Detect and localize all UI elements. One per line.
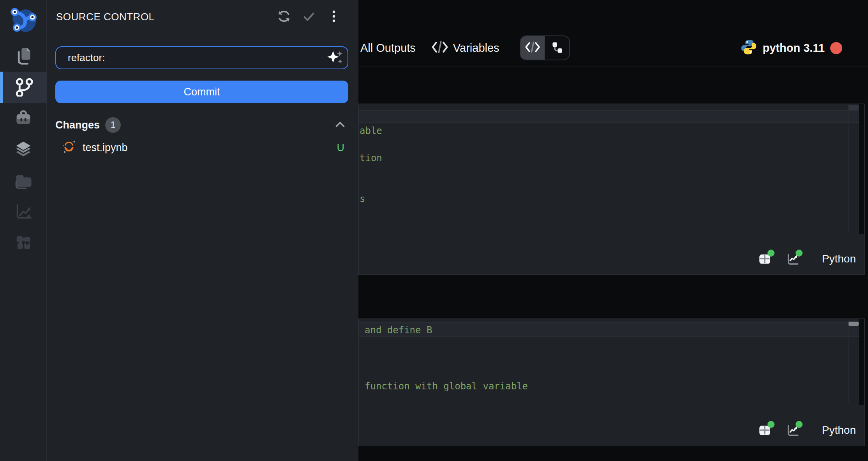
- commit-message-box: [55, 46, 348, 69]
- activity-bar: [0, 0, 47, 461]
- rail-item-extensions[interactable]: [0, 227, 47, 259]
- code-brackets-icon: [431, 40, 448, 55]
- changed-file-row[interactable]: test.ipynb U: [47, 138, 358, 157]
- notebook-topbar: All Outputs Variables: [358, 29, 868, 67]
- code-view-icon: [525, 41, 540, 55]
- ai-generate-button[interactable]: [327, 51, 342, 65]
- chart-output-button[interactable]: [786, 424, 799, 436]
- variables-label: Variables: [453, 42, 499, 55]
- code-view-toggle[interactable]: [520, 36, 545, 60]
- copy-pages-icon: [13, 45, 34, 67]
- commit-check-button[interactable]: [302, 10, 316, 25]
- commit-button[interactable]: Commit: [55, 81, 348, 103]
- notebook-area: All Outputs Variables: [358, 0, 868, 461]
- rail-item-layers[interactable]: [0, 134, 47, 165]
- output-ready-dot: [767, 421, 774, 428]
- code-comment-line: s: [360, 192, 365, 206]
- scrollbar-track-divider: [848, 104, 849, 232]
- layers-icon: [13, 139, 34, 160]
- rail-item-source-control[interactable]: [0, 72, 47, 103]
- line-chart-icon: [13, 201, 34, 223]
- kernel-selector[interactable]: python 3.11: [741, 39, 842, 57]
- panel-header-actions: [277, 10, 341, 25]
- changes-count-badge: 1: [105, 117, 121, 133]
- chart-output-button[interactable]: [786, 253, 799, 265]
- source-control-panel: SOURCE CONTROL: [47, 0, 358, 461]
- cell-language-label[interactable]: Python: [822, 253, 856, 265]
- flow-view-toggle[interactable]: [545, 36, 569, 60]
- code-comment-line: tion: [360, 151, 382, 165]
- variables-button[interactable]: Variables: [431, 40, 499, 55]
- code-comment-line: and define B: [365, 323, 432, 337]
- overview-ruler: [859, 104, 864, 234]
- code-comment-line: function with global variable: [365, 379, 528, 393]
- rail-item-toolbox[interactable]: [0, 103, 47, 134]
- output-ready-dot: [767, 250, 774, 257]
- collapse-changes-button[interactable]: [333, 118, 348, 132]
- python-logo-icon: [741, 39, 757, 57]
- code-cell-1[interactable]: able tion s: [358, 104, 865, 275]
- refresh-icon: [277, 9, 291, 25]
- changes-section-header[interactable]: Changes 1: [55, 116, 348, 134]
- kebab-menu-icon: [326, 9, 341, 25]
- rail-item-files[interactable]: [0, 40, 47, 72]
- more-actions-button[interactable]: [326, 10, 341, 25]
- rail-item-folder[interactable]: [0, 165, 47, 196]
- current-line-highlight: [359, 322, 859, 337]
- view-mode-toggle: [520, 35, 570, 60]
- changed-file-name: test.ipynb: [83, 142, 128, 154]
- rail-item-charts[interactable]: [0, 196, 47, 227]
- folder-icon: [13, 170, 34, 192]
- flow-nodes-icon: [550, 40, 564, 56]
- kernel-status-dot: [830, 42, 842, 54]
- jupyter-notebook-icon: [62, 139, 76, 156]
- app-logo-icon[interactable]: [0, 0, 47, 40]
- check-icon: [302, 9, 316, 25]
- all-outputs-button[interactable]: All Outputs: [360, 42, 416, 55]
- output-ready-dot: [796, 250, 803, 257]
- table-output-button[interactable]: [758, 253, 771, 265]
- git-branch-icon: [13, 76, 34, 98]
- scrollbar-thumb[interactable]: [849, 322, 859, 326]
- refresh-button[interactable]: [277, 10, 291, 25]
- toolbox-icon: [13, 107, 34, 129]
- scrollbar-thumb[interactable]: [849, 105, 859, 110]
- chevron-up-icon: [333, 118, 347, 133]
- cell-language-label[interactable]: Python: [822, 424, 856, 436]
- code-cell-2[interactable]: and define B function with global variab…: [358, 318, 865, 446]
- panel-header: SOURCE CONTROL: [47, 0, 358, 34]
- puzzle-icon: [13, 232, 34, 254]
- sparkle-icon: [326, 49, 343, 67]
- overview-ruler: [859, 319, 864, 405]
- cell-footer: Python: [758, 424, 856, 436]
- panel-title: SOURCE CONTROL: [56, 11, 155, 23]
- cell-footer: Python: [758, 253, 856, 265]
- changes-label: Changes: [55, 119, 100, 131]
- app-root: SOURCE CONTROL: [0, 0, 868, 461]
- kernel-label: python 3.11: [762, 42, 825, 55]
- current-line-highlight: [359, 110, 859, 123]
- code-comment-line: able: [360, 124, 382, 138]
- file-status-badge: U: [337, 142, 345, 154]
- commit-message-input[interactable]: [68, 52, 327, 64]
- table-output-button[interactable]: [758, 424, 771, 436]
- output-ready-dot: [796, 421, 803, 428]
- scrollbar-track-divider: [848, 319, 849, 403]
